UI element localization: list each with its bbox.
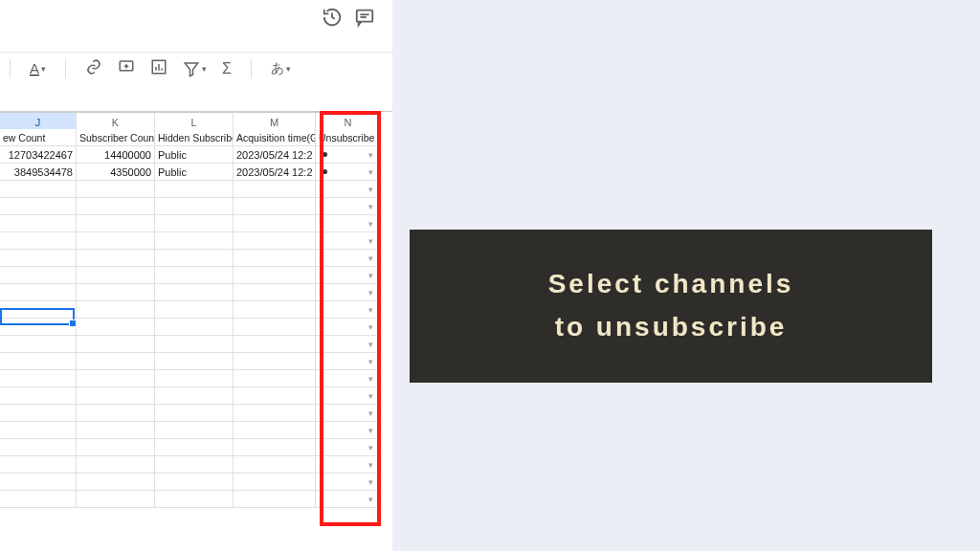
cell[interactable] — [77, 422, 155, 439]
cell[interactable] — [234, 319, 316, 336]
table-row[interactable]: ▾ — [0, 284, 392, 301]
cell[interactable]: 2023/05/24 12:2 — [234, 146, 316, 164]
cell[interactable] — [155, 387, 234, 405]
cell[interactable] — [155, 301, 234, 319]
cell[interactable]: Public — [155, 146, 234, 164]
cell[interactable] — [155, 336, 234, 353]
cell[interactable] — [234, 250, 316, 267]
cell[interactable]: 4350000 — [77, 164, 155, 181]
column-header[interactable]: Unsubscribe — [316, 129, 381, 146]
cell[interactable] — [77, 181, 155, 198]
cell[interactable] — [0, 422, 77, 439]
cell[interactable] — [0, 336, 77, 353]
cell[interactable] — [0, 491, 77, 508]
unsubscribe-dropdown[interactable]: ▾ — [316, 301, 381, 319]
cell[interactable] — [77, 336, 155, 353]
column-header[interactable]: ew Count — [0, 129, 77, 146]
unsubscribe-dropdown[interactable]: ▾ — [316, 284, 381, 301]
cell[interactable] — [234, 491, 316, 508]
cell[interactable] — [0, 456, 77, 474]
cell[interactable] — [77, 439, 155, 456]
cell[interactable] — [155, 353, 234, 370]
unsubscribe-dropdown[interactable]: ▾ — [316, 491, 381, 508]
cell[interactable] — [234, 405, 316, 422]
unsubscribe-dropdown[interactable]: ▾ — [316, 164, 381, 181]
cell[interactable] — [234, 198, 316, 215]
cell[interactable] — [155, 491, 234, 508]
comment-icon[interactable] — [354, 7, 375, 32]
cell[interactable] — [234, 336, 316, 353]
cell[interactable] — [0, 198, 77, 215]
unsubscribe-dropdown[interactable]: ▾ — [316, 439, 381, 456]
table-row[interactable]: 38495344784350000Public2023/05/24 12:2▾ — [0, 164, 392, 181]
cell[interactable] — [77, 387, 155, 405]
chart-icon[interactable] — [150, 58, 167, 79]
cell[interactable] — [0, 250, 77, 267]
cell[interactable] — [155, 319, 234, 336]
cell[interactable] — [234, 474, 316, 491]
cell[interactable] — [0, 284, 77, 301]
cell[interactable]: Public — [155, 164, 234, 181]
sheet-grid[interactable]: JKLMN ew CountSubscriber CountHidden Sub… — [0, 111, 392, 551]
cell[interactable] — [234, 215, 316, 232]
cell[interactable] — [155, 232, 234, 250]
table-row[interactable]: ▾ — [0, 422, 392, 439]
unsubscribe-dropdown[interactable]: ▾ — [316, 215, 381, 232]
cell[interactable] — [234, 284, 316, 301]
unsubscribe-dropdown[interactable]: ▾ — [316, 336, 381, 353]
cell[interactable] — [77, 284, 155, 301]
unsubscribe-dropdown[interactable]: ▾ — [316, 250, 381, 267]
cell[interactable] — [0, 387, 77, 405]
table-row[interactable]: ▾ — [0, 456, 392, 474]
unsubscribe-dropdown[interactable]: ▾ — [316, 319, 381, 336]
cell[interactable] — [155, 422, 234, 439]
table-row[interactable]: ▾ — [0, 267, 392, 284]
column-header[interactable]: Acquisition time(GM — [234, 129, 316, 146]
table-row[interactable]: ▾ — [0, 181, 392, 198]
table-row[interactable]: ▾ — [0, 474, 392, 491]
cell[interactable] — [77, 250, 155, 267]
sigma-icon[interactable]: Σ — [222, 60, 232, 77]
table-row[interactable]: ▾ — [0, 405, 392, 422]
unsubscribe-dropdown[interactable]: ▾ — [316, 232, 381, 250]
unsubscribe-dropdown[interactable]: ▾ — [316, 146, 381, 164]
cell[interactable] — [77, 301, 155, 319]
unsubscribe-dropdown[interactable]: ▾ — [316, 387, 381, 405]
table-row[interactable]: ▾ — [0, 336, 392, 353]
cell[interactable] — [234, 267, 316, 284]
unsubscribe-dropdown[interactable]: ▾ — [316, 405, 381, 422]
cell[interactable] — [155, 215, 234, 232]
cell[interactable] — [77, 370, 155, 387]
cell[interactable] — [155, 250, 234, 267]
cell[interactable] — [155, 267, 234, 284]
cell[interactable] — [0, 439, 77, 456]
cell[interactable] — [0, 267, 77, 284]
cell[interactable] — [0, 405, 77, 422]
cell[interactable] — [234, 422, 316, 439]
history-icon[interactable] — [322, 7, 343, 32]
unsubscribe-dropdown[interactable]: ▾ — [316, 456, 381, 474]
cell[interactable] — [155, 456, 234, 474]
cell[interactable]: 12703422467 — [0, 146, 77, 164]
cell[interactable] — [77, 474, 155, 491]
cell[interactable]: 2023/05/24 12:2 — [234, 164, 316, 181]
cell[interactable] — [155, 405, 234, 422]
cell[interactable] — [234, 456, 316, 474]
cell[interactable] — [77, 405, 155, 422]
cell[interactable] — [234, 301, 316, 319]
cell[interactable] — [234, 353, 316, 370]
table-row[interactable]: ▾ — [0, 353, 392, 370]
filter-button[interactable]: ▾ — [183, 60, 207, 77]
cell[interactable] — [155, 370, 234, 387]
text-color-button[interactable]: A ▾ — [30, 60, 46, 77]
cell[interactable] — [155, 439, 234, 456]
cell[interactable] — [77, 198, 155, 215]
cell[interactable] — [0, 370, 77, 387]
unsubscribe-dropdown[interactable]: ▾ — [316, 181, 381, 198]
table-row[interactable]: ▾ — [0, 491, 392, 508]
unsubscribe-dropdown[interactable]: ▾ — [316, 474, 381, 491]
table-row[interactable]: ▾ — [0, 387, 392, 405]
cell[interactable] — [0, 353, 77, 370]
table-row[interactable]: ▾ — [0, 370, 392, 387]
table-row[interactable]: ▾ — [0, 198, 392, 215]
